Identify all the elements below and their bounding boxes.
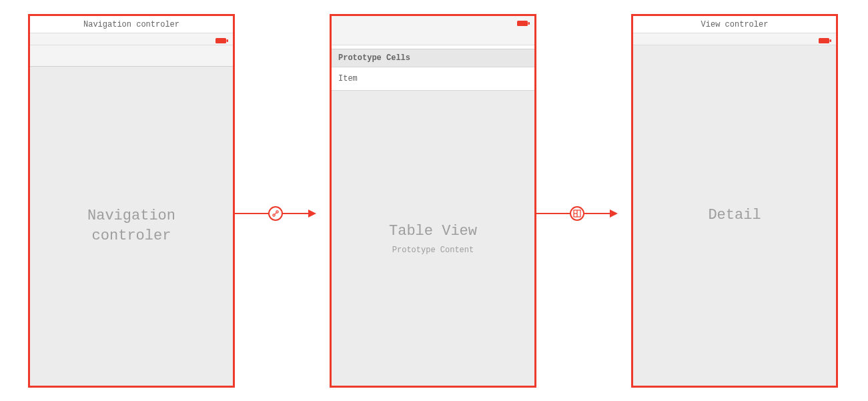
scene-body-label: Detail [708,206,761,226]
scene-title-bar: Navigation controler [30,16,233,33]
svg-rect-5 [517,21,528,26]
status-bar [633,33,836,45]
scene-table-view-controller[interactable]: Collection Prototype Cells Item Table Vi… [330,14,536,388]
svg-rect-0 [215,38,226,43]
segue-arrow-show [610,210,618,218]
scene-body-label: Navigation controler [87,206,175,246]
status-nav-combined [332,16,534,45]
scene-view-controller[interactable]: View controler Detail [631,14,838,388]
scene-body: Detail [633,45,836,386]
table-view-label: Table View [389,222,477,242]
show-segue-icon [573,210,581,218]
prototype-cell-item[interactable]: Item [332,67,534,91]
status-bar [30,33,233,45]
link-icon [272,210,280,218]
table-view-sublabel: Prototype Content [392,246,474,255]
svg-rect-6 [528,22,530,25]
nav-bar-empty [30,45,233,67]
battery-icon [215,35,229,47]
svg-rect-11 [830,39,832,42]
svg-rect-10 [819,38,829,43]
svg-line-4 [275,213,277,215]
svg-rect-1 [227,39,229,42]
prototype-cells-header: Prototype Cells [332,49,534,67]
table-view-placeholder: Table View Prototype Content [332,91,534,386]
segue-arrow-root [308,210,316,218]
segue-badge-show[interactable] [570,206,584,221]
scene-title-bar: View controler [633,16,836,33]
segue-badge-root[interactable] [268,206,283,221]
battery-icon [517,18,530,30]
scene-navigation-controller[interactable]: Navigation controler Navigation controle… [28,14,235,388]
table-view[interactable]: Prototype Cells Item Table View Prototyp… [332,49,534,386]
scene-body: Navigation controler [30,67,233,386]
